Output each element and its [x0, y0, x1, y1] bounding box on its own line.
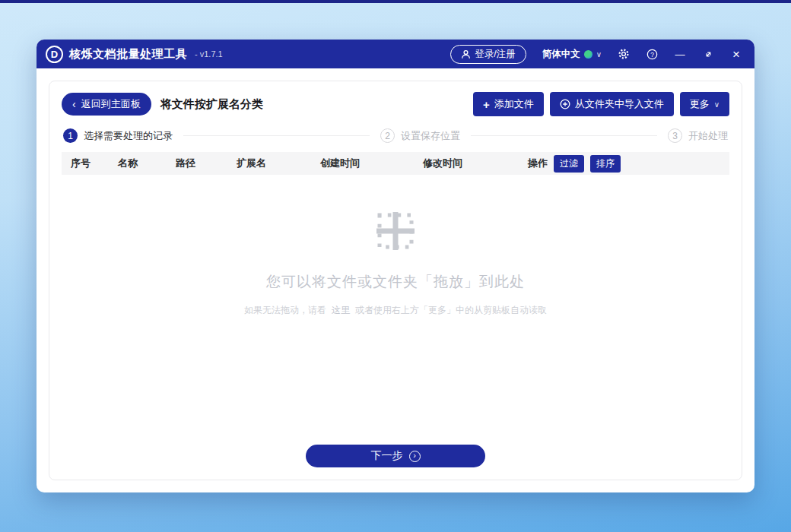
step-connector: [471, 135, 657, 136]
step-connector: [183, 135, 370, 136]
next-step-label: 下一步: [371, 449, 403, 463]
plus-icon: +: [483, 99, 490, 110]
titlebar: D 核烁文档批量处理工具 - v1.7.1 登录/注册 简体中文 ∨: [37, 40, 754, 68]
page-title: 将文件按扩展名分类: [160, 97, 263, 112]
login-register-button[interactable]: 登录/注册: [450, 45, 526, 64]
language-label: 简体中文: [542, 48, 580, 61]
content-area: ‹ 返回到主面板 将文件按扩展名分类 + 添加文件 从文件夹中导入文件: [37, 68, 754, 492]
language-selector[interactable]: 简体中文 ∨: [542, 48, 602, 61]
import-from-folder-button[interactable]: 从文件夹中导入文件: [550, 92, 674, 116]
step-2-number: 2: [380, 128, 395, 143]
filter-button[interactable]: 过滤: [554, 155, 584, 173]
drop-zone-hint: 如果无法拖动，请看这里或者使用右上方「更多」中的从剪贴板自动读取: [244, 304, 547, 317]
drop-zone-title: 您可以将文件或文件夹「拖放」到此处: [266, 272, 525, 292]
app-logo-icon: D: [46, 46, 63, 63]
step-3-number: 3: [668, 128, 682, 143]
login-register-label: 登录/注册: [475, 48, 515, 61]
help-icon[interactable]: ?: [646, 48, 658, 60]
app-version: - v1.7.1: [195, 49, 223, 59]
add-files-label: 添加文件: [494, 97, 534, 111]
column-header-operations: 操作 过滤 排序: [528, 155, 720, 173]
sort-button[interactable]: 排序: [590, 155, 621, 173]
toolbar: ‹ 返回到主面板 将文件按扩展名分类 + 添加文件 从文件夹中导入文件: [62, 92, 729, 116]
more-label: 更多: [690, 97, 710, 111]
app-window: D 核烁文档批量处理工具 - v1.7.1 登录/注册 简体中文 ∨: [37, 40, 754, 492]
globe-icon: [584, 50, 592, 59]
column-header-extension: 扩展名: [237, 157, 320, 170]
step-2-set-save-location: 2 设置保存位置: [380, 128, 460, 143]
more-button[interactable]: 更多 ∨: [680, 92, 729, 116]
next-step-button[interactable]: 下一步 ›: [306, 445, 485, 467]
import-from-folder-label: 从文件夹中导入文件: [575, 97, 664, 111]
circle-arrow-right-icon: ›: [409, 451, 421, 462]
titlebar-right: 登录/注册 简体中文 ∨ ? —: [450, 45, 742, 64]
app-title: 核烁文档批量处理工具: [69, 47, 187, 62]
step-indicator: 1 选择需要处理的记录 2 设置保存位置 3 开始处理: [63, 128, 728, 143]
chevron-down-icon: ∨: [714, 100, 720, 109]
step-2-label: 设置保存位置: [401, 129, 460, 143]
operations-label: 操作: [528, 157, 548, 170]
step-3-start-processing: 3 开始处理: [668, 128, 728, 143]
step-1-select-records: 1 选择需要处理的记录: [63, 128, 173, 143]
hint-text-before: 如果无法拖动，请看: [244, 305, 326, 315]
minimize-button[interactable]: —: [674, 48, 686, 60]
settings-gear-icon[interactable]: [618, 48, 630, 60]
column-header-path: 路径: [176, 157, 237, 170]
chevron-left-icon: ‹: [72, 99, 76, 109]
screen-top-strip: [0, 0, 791, 3]
close-icon: ×: [732, 48, 740, 61]
column-header-index: 序号: [71, 157, 118, 170]
table-header: 序号 名称 路径 扩展名 创建时间 修改时间 操作 过滤 排序: [62, 152, 729, 175]
file-drop-zone[interactable]: 您可以将文件或文件夹「拖放」到此处 如果无法拖动，请看这里或者使用右上方「更多」…: [62, 175, 729, 445]
add-files-button[interactable]: + 添加文件: [473, 92, 544, 116]
back-to-dashboard-button[interactable]: ‹ 返回到主面板: [62, 93, 151, 116]
step-3-label: 开始处理: [688, 129, 728, 143]
hint-here-link[interactable]: 这里: [332, 305, 350, 315]
back-button-label: 返回到主面板: [81, 97, 141, 111]
minimize-icon: —: [675, 49, 685, 59]
toolbar-right: + 添加文件 从文件夹中导入文件 更多 ∨: [473, 92, 729, 116]
svg-text:?: ?: [650, 50, 654, 58]
titlebar-left: D 核烁文档批量处理工具 - v1.7.1: [46, 46, 223, 63]
step-1-number: 1: [63, 128, 78, 143]
footer: 下一步 ›: [62, 445, 729, 478]
main-card: ‹ 返回到主面板 将文件按扩展名分类 + 添加文件 从文件夹中导入文件: [49, 81, 742, 480]
column-header-name: 名称: [118, 157, 176, 170]
hint-text-after: 或者使用右上方「更多」中的从剪贴板自动读取: [355, 305, 547, 315]
user-icon: [461, 49, 471, 59]
drag-drop-icon: [371, 207, 420, 255]
chevron-down-icon: ∨: [596, 50, 602, 59]
circle-plus-icon: [560, 99, 570, 109]
column-header-created-time: 创建时间: [320, 157, 423, 170]
column-header-modified-time: 修改时间: [423, 157, 528, 170]
close-button[interactable]: ×: [730, 48, 742, 60]
step-1-label: 选择需要处理的记录: [84, 129, 173, 143]
maximize-button[interactable]: [702, 48, 714, 60]
